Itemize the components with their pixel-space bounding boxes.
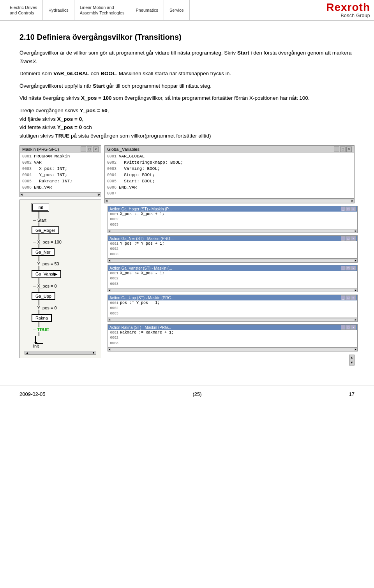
header-pneumatics[interactable]: Pneumatics	[130, 0, 164, 20]
action-rakna-window[interactable]: Action Rakna (ST) - Maskin (PRG... _ □ ×…	[108, 324, 358, 351]
global-close-btn[interactable]: ×	[346, 147, 352, 152]
action-ga-upp-title: Action Ga_Upp (ST) - Maskin (PRG... _ □ …	[108, 295, 357, 300]
global-vars-title: Global_Variables _ □ ×	[105, 146, 354, 153]
footer-date: 2009-02-05	[19, 391, 46, 397]
sub-rakna-min[interactable]: _	[341, 325, 346, 330]
action-ga-ner-body: 0001Y_pos := Y_pos + 1; 0002 0003	[108, 241, 357, 258]
sub-van-min[interactable]: _	[341, 266, 346, 270]
right-scroll-down[interactable]: ▼	[350, 361, 353, 364]
transition-x0: ─ X_pos = 0	[33, 284, 57, 288]
header-service[interactable]: Service	[164, 0, 190, 20]
transition-x100: ─ X_pos = 100	[33, 240, 62, 244]
sub-upp-min[interactable]: _	[341, 295, 346, 300]
action-ga-vanster-title: Action Ga_Vanster (ST) - Maskin (... _ □…	[108, 265, 357, 271]
action-ga-hoger-title: Action Ga_Hoger (ST) - Maskin (P... _ □ …	[108, 206, 357, 212]
action-ga-upp-body: 0001pos := Y_pos - 1; 0002 0003	[108, 300, 357, 318]
global-vars-window[interactable]: Global_Variables _ □ × 0001VAR_GLOBAL 00…	[104, 145, 355, 203]
header-logo: Rexroth Bosch Group	[318, 0, 370, 20]
action-ga-ner-title: Action Ga_Ner (ST) - Maskin (PRG... _ □ …	[108, 236, 357, 241]
para-1: Övergångsvillkor är de villkor som gör a…	[19, 49, 355, 65]
global-scrollbar[interactable]: ◄ ►	[105, 198, 354, 203]
header-hydraulics[interactable]: Hydraulics	[43, 0, 74, 20]
maskin-scrollbar[interactable]: ◄ ►	[20, 192, 101, 197]
right-scroll-up[interactable]: ▲	[350, 356, 353, 359]
action-ga-ner-scroll[interactable]: ◄ ►	[108, 258, 357, 262]
sub-rakna-restore[interactable]: □	[346, 325, 351, 330]
sub-ner-min[interactable]: _	[341, 236, 346, 241]
maskin-code-body: 0001PROGRAM Maskin 0002VAR 0003 X_pos: I…	[20, 153, 101, 192]
action-rakna-body: 0001Rakmare := Rakmare + 1; 0002 0003	[108, 330, 357, 347]
section-title: 2.10 Definiera övergångsvilkor (Transiti…	[19, 33, 355, 42]
action-ga-vanster-scroll[interactable]: ◄ ►	[108, 288, 357, 292]
sub-close[interactable]: ×	[351, 207, 356, 211]
step-init: Init	[32, 203, 49, 212]
sub-rakna-close[interactable]: ×	[351, 325, 356, 330]
action-ga-hoger-scroll[interactable]: ◄ ►	[108, 229, 357, 233]
global-restore-btn[interactable]: □	[340, 147, 346, 152]
sfc-scroll-up[interactable]: ▲	[26, 351, 29, 355]
group-name: Bosch Group	[326, 13, 370, 18]
global-code-body: 0001VAR_GLOBAL 0002 Kvitteringsknapp: BO…	[105, 153, 354, 198]
footer: 2009-02-05 (25) 17	[0, 385, 374, 403]
action-ga-vanster-body: 0001X_pos := X_pos - 1; 0002 0003	[108, 271, 357, 288]
action-ga-hoger-window[interactable]: Action Ga_Hoger (ST) - Maskin (P... _ □ …	[108, 206, 358, 233]
sub-upp-restore[interactable]: □	[346, 295, 351, 300]
action-ga-upp-window[interactable]: Action Ga_Upp (ST) - Maskin (PRG... _ □ …	[108, 295, 358, 322]
transition-y0: ─ Y_pos = 0	[33, 305, 57, 310]
action-rakna-title: Action Rakna (ST) - Maskin (PRG... _ □ ×	[108, 325, 357, 330]
header-electric-drives[interactable]: Electric Drivesand Controls	[4, 0, 43, 20]
transition-start: ─ Start	[33, 218, 46, 222]
back-to-init: Init	[33, 344, 39, 348]
restore-btn[interactable]: □	[87, 147, 92, 152]
sfc-scroll-down[interactable]: ▼	[92, 351, 95, 355]
action-ga-ner-window[interactable]: Action Ga_Ner (ST) - Maskin (PRG... _ □ …	[108, 235, 358, 263]
close-btn[interactable]: ×	[93, 147, 99, 152]
footer-page-num: 17	[349, 391, 355, 397]
para-4: Vid nästa övergång skrivs X_pos = 100 so…	[19, 94, 355, 102]
brand-name: Rexroth	[326, 2, 370, 13]
footer-page-info: (25)	[192, 391, 201, 397]
sub-restore[interactable]: □	[346, 207, 351, 211]
step-ga-upp: Ga_Upp	[32, 292, 55, 300]
para-2: Definiera som VAR_GLOBAL och BOOL. Maski…	[19, 69, 355, 78]
para-5: Tredje övergången skrivs Y_pos = 50, vid…	[19, 106, 355, 140]
step-ga-hoger: Ga_Hoger	[32, 226, 59, 234]
action-rakna-scroll[interactable]: ◄ ►	[108, 347, 357, 351]
sub-ner-close[interactable]: ×	[351, 236, 356, 241]
step-ga-vanst: Ga_Vanst▶	[32, 270, 61, 278]
sub-min[interactable]: _	[341, 207, 346, 211]
para-3: Övergångsvillkoret uppfylls när Start gå…	[19, 82, 355, 90]
header: Electric Drivesand Controls Hydraulics L…	[0, 0, 374, 21]
transition-y50: ─ Y_pos = 50	[33, 261, 59, 266]
maskin-window[interactable]: Maskin (PRG-SFC) _ □ × 0001PROGRAM Maski…	[19, 145, 101, 197]
step-rakna: Rakna	[32, 314, 52, 322]
action-ga-hoger-body: 0001X_pos := X_pos + 1; 0002 0003	[108, 212, 357, 229]
action-ga-upp-scroll[interactable]: ◄ ►	[108, 318, 357, 321]
minimize-btn[interactable]: _	[81, 147, 86, 152]
global-min-btn[interactable]: _	[334, 147, 339, 152]
maskin-window-title: Maskin (PRG-SFC) _ □ ×	[20, 146, 101, 153]
sub-van-close[interactable]: ×	[351, 266, 356, 270]
header-linear-motion[interactable]: Linear Motion andAssembly Technologies	[74, 0, 131, 20]
sub-ner-restore[interactable]: □	[346, 236, 351, 241]
sub-upp-close[interactable]: ×	[351, 295, 356, 300]
transition-true: ─ TRUE	[33, 327, 49, 332]
step-ga-ner: Ga_Ner	[32, 248, 55, 256]
main-content: 2.10 Definiera övergångsvilkor (Transiti…	[0, 21, 374, 373]
sub-van-restore[interactable]: □	[346, 266, 351, 270]
action-ga-vanster-window[interactable]: Action Ga_Vanster (ST) - Maskin (... _ □…	[108, 265, 358, 292]
